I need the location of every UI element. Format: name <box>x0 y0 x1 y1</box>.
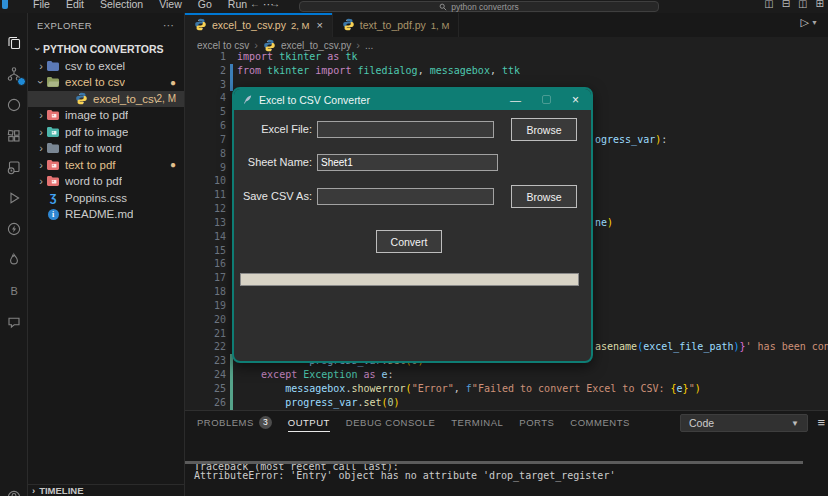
line-number: 8 <box>196 147 226 161</box>
panel-tab-comments[interactable]: COMMENTS <box>570 411 629 433</box>
menu-item-edit[interactable]: Edit <box>59 0 91 12</box>
tree-item-csv-to-excel[interactable]: ›csv to excel <box>28 58 185 75</box>
tree-item-poppins-css[interactable]: ƷPoppins.css <box>28 190 185 207</box>
output-channel-value: Code <box>689 417 714 429</box>
line-number: 13 <box>196 216 226 230</box>
tree-item-text-to-pdf[interactable]: ›text to pdf● <box>28 157 185 174</box>
modified-dot-badge: ● <box>170 159 185 170</box>
git-gutter-indicator <box>230 396 233 410</box>
debug-circle-icon[interactable] <box>0 91 28 119</box>
line-number: 16 <box>196 257 226 271</box>
toggle-sidebar-icon[interactable]: ◫ <box>764 0 773 9</box>
panel-tab-ports[interactable]: PORTS <box>519 411 554 433</box>
timeline-section[interactable]: › TIMELINE <box>28 484 185 496</box>
chevron-right-icon: › <box>32 485 35 496</box>
tree-item-excel-to-csv[interactable]: ›excel to csv● <box>28 74 185 91</box>
toggle-secondary-sidebar-icon[interactable]: ◫ <box>798 0 807 9</box>
code-line: except Exception as e: <box>237 368 394 382</box>
run-icon[interactable] <box>0 184 28 212</box>
flame-icon[interactable] <box>0 246 28 274</box>
code-line: from tkinter import filedialog, messageb… <box>237 64 520 78</box>
history-nav-arrows[interactable]: ←→ <box>250 0 290 9</box>
dialog-maximize-button[interactable] <box>542 95 551 104</box>
line-number: 3 <box>196 78 226 92</box>
chevron-down-icon: ▼ <box>791 419 799 428</box>
code-line: import tkinter as tk <box>237 50 357 64</box>
output-console: Traceback (most recent call last): File … <box>194 432 824 496</box>
line-number: 17 <box>196 271 226 285</box>
menu-item-view[interactable]: View <box>152 0 189 12</box>
tree-item-word-to-pdf[interactable]: ›word to pdf <box>28 173 185 190</box>
toggle-panel-icon[interactable]: ⊟ <box>782 0 790 9</box>
panel-tab-debug-console[interactable]: DEBUG CONSOLE <box>346 411 435 433</box>
panel-tab-terminal[interactable]: TERMINAL <box>451 411 503 433</box>
progress-bar <box>240 273 579 286</box>
bottom-panel: PROBLEMS3OUTPUTDEBUG CONSOLETERMINALPORT… <box>185 410 828 496</box>
excel-file-input[interactable] <box>317 121 494 138</box>
line-number: 6 <box>196 119 226 133</box>
output-channel-select[interactable]: Code ▼ <box>680 414 808 432</box>
item-label: pdf to word <box>65 142 122 154</box>
command-center-search[interactable]: python convertors <box>299 1 659 12</box>
line-number: 26 <box>196 396 226 410</box>
customize-layout-icon[interactable]: ⊞ <box>816 0 824 9</box>
vscode-window: FileEditSelectionViewGoRun⋯ ←→ python co… <box>0 0 828 496</box>
line-number: 23 <box>196 354 226 368</box>
line-number: 18 <box>196 285 226 299</box>
folder-icon <box>46 142 60 155</box>
tree-item-excel-to-csv-py[interactable]: excel_to_csv.py2, M <box>28 91 185 108</box>
convert-button[interactable]: Convert <box>376 230 442 253</box>
panel-tab-output[interactable]: OUTPUT <box>288 411 330 433</box>
save-csv-as-input[interactable] <box>317 188 494 205</box>
panel-tabs: PROBLEMS3OUTPUTDEBUG CONSOLETERMINALPORT… <box>197 411 630 433</box>
menu-item-selection[interactable]: Selection <box>93 0 150 12</box>
line-number: 2 <box>196 64 226 78</box>
menu-item-go[interactable]: Go <box>191 0 219 12</box>
line-number: 24 <box>196 368 226 382</box>
account-icon[interactable] <box>0 483 28 496</box>
vscode-logo[interactable] <box>2 0 8 9</box>
item-label: image to pdf <box>65 109 128 121</box>
dialog-title-bar[interactable]: Excel to CSV Converter — × <box>234 89 591 110</box>
tree-item-pdf-to-word[interactable]: ›pdf to word <box>28 140 185 157</box>
chat-icon[interactable] <box>0 308 28 336</box>
line-number: 10 <box>196 174 226 188</box>
line-number: 19 <box>196 299 226 313</box>
horizontal-scrollbar[interactable] <box>185 461 803 464</box>
browse-button[interactable]: Browse <box>511 118 577 141</box>
explorer-title: EXPLORER <box>37 20 92 31</box>
tk-feather-icon <box>242 94 253 105</box>
tree-item-image-to-pdf[interactable]: ›image to pdf <box>28 107 185 124</box>
files-icon[interactable] <box>0 29 28 57</box>
line-number: 22 <box>196 340 226 354</box>
remote-explorer-icon[interactable] <box>0 153 28 181</box>
line-number: 25 <box>196 382 226 396</box>
folder-image-icon <box>46 125 60 138</box>
sheet-name-input[interactable]: Sheet1 <box>317 154 498 171</box>
code-line-fragment: ogress_var): <box>595 133 667 147</box>
activity-bar: B <box>0 13 28 496</box>
code-line-fragment: asename(excel_file_path)}' has been conv… <box>595 340 828 354</box>
tree-item-pdf-to-image[interactable]: ›pdf to image <box>28 124 185 141</box>
chevron-collapsed-icon: › <box>36 175 46 187</box>
folder-image-icon <box>46 158 60 171</box>
readme-file-icon: i <box>46 208 60 221</box>
line-number: 15 <box>196 244 226 258</box>
menu-item-file[interactable]: File <box>26 0 57 12</box>
menu-bar: FileEditSelectionViewGoRun⋯ <box>26 0 281 12</box>
browse-button[interactable]: Browse <box>511 185 577 208</box>
dialog-field-label: Excel File: <box>238 123 312 135</box>
output-settings-icon[interactable]: ≡ <box>817 415 825 430</box>
explorer-more-actions-icon[interactable]: ⋯ <box>163 19 174 32</box>
dialog-close-button[interactable]: × <box>572 93 579 107</box>
panel-tab-problems[interactable]: PROBLEMS3 <box>197 411 272 433</box>
code-line: messagebox.showerror("Error", f"Failed t… <box>237 382 701 396</box>
dialog-minimize-button[interactable]: — <box>510 94 521 106</box>
chevron-collapsed-icon: › <box>36 109 46 121</box>
tree-item-readme-md[interactable]: iREADME.md <box>28 206 185 223</box>
source-control-icon[interactable] <box>0 60 28 88</box>
letter-b-icon[interactable]: B <box>0 277 28 305</box>
thunder-client-icon[interactable] <box>0 215 28 243</box>
extensions-icon[interactable] <box>0 122 28 150</box>
tree-root-python-convertors[interactable]: ›PYTHON CONVERTORS <box>28 41 185 58</box>
